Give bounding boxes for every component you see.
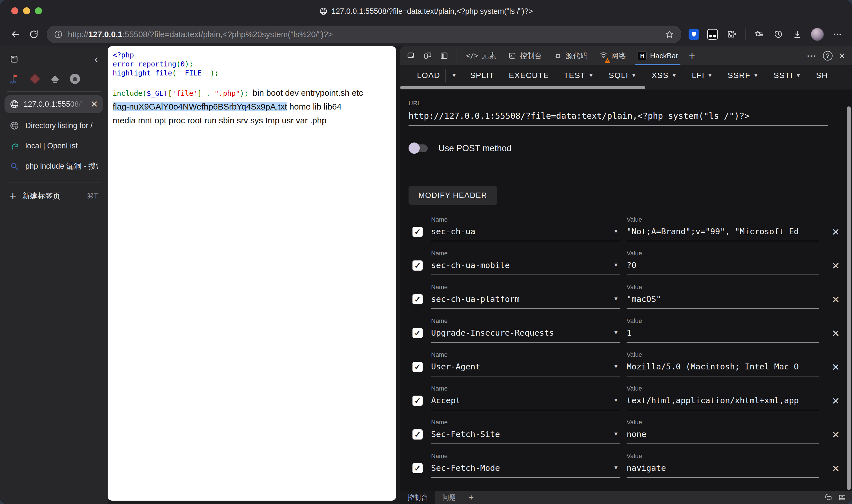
diamond-favicon[interactable] [29, 73, 41, 85]
header-name-field[interactable]: Name sec-ch-ua-mobile▼ [431, 250, 621, 275]
expand-drawer-icon[interactable] [838, 493, 846, 502]
devtools-more-icon[interactable]: ⋯ [807, 50, 817, 61]
hackbar-horizontal-scrollbar[interactable] [400, 86, 852, 90]
ctf-favicon[interactable]: </> [9, 73, 21, 85]
execute-button[interactable]: EXECUTE [502, 65, 556, 86]
header-value-field[interactable]: Value ?0 [627, 250, 819, 275]
info-icon[interactable] [54, 30, 63, 39]
collapse-sidebar-button[interactable]: ‹ [94, 54, 98, 65]
header-value-field[interactable]: Value none [627, 419, 819, 444]
header-enabled-checkbox[interactable]: ✓ [413, 260, 423, 271]
chevron-down-icon[interactable]: ▼ [614, 431, 618, 437]
header-name-value[interactable]: User-Agent [431, 362, 481, 372]
delete-header-icon[interactable]: ✕ [832, 362, 840, 372]
rotate-device-icon[interactable] [824, 493, 832, 502]
header-value-field[interactable]: Value navigate [627, 452, 819, 478]
device-toolbar-button[interactable] [420, 49, 435, 63]
back-button[interactable] [7, 26, 23, 42]
header-enabled-checkbox[interactable]: ✓ [413, 429, 423, 439]
tab-actions-icon[interactable] [10, 55, 19, 64]
header-enabled-checkbox[interactable]: ✓ [413, 463, 423, 473]
load-dropdown-button[interactable]: ▼ [446, 65, 463, 86]
tab-directory-listing[interactable]: Directory listing for / [0, 115, 108, 136]
header-name-value[interactable]: Sec-Fetch-Mode [431, 463, 500, 473]
close-tab-icon[interactable]: ✕ [90, 99, 98, 110]
header-name-field[interactable]: Name Sec-Fetch-Site▼ [431, 419, 621, 444]
chevron-down-icon[interactable]: ▼ [614, 262, 618, 268]
header-value-field[interactable]: Value "macOS" [627, 284, 819, 309]
downloads-button[interactable] [792, 29, 803, 40]
close-window-button[interactable] [11, 7, 18, 14]
github-favicon[interactable] [69, 73, 81, 85]
chevron-down-icon[interactable]: ▼ [614, 397, 618, 403]
drawer-tab-issues[interactable]: 问题 [435, 491, 463, 504]
minimize-window-button[interactable] [23, 7, 30, 14]
header-name-value[interactable]: sec-ch-ua-mobile [431, 260, 510, 270]
header-name-value[interactable]: sec-ch-ua-platform [431, 294, 520, 304]
delete-header-icon[interactable]: ✕ [832, 295, 840, 304]
chevron-down-icon[interactable]: ▼ [614, 228, 618, 234]
inspect-element-button[interactable] [404, 49, 419, 63]
load-button[interactable]: LOAD [410, 65, 445, 86]
header-value-value[interactable]: "Not;A=Brand";v="99", "Microsoft Ed [627, 227, 799, 236]
delete-header-icon[interactable]: ✕ [832, 329, 840, 338]
settings-more-button[interactable] [832, 29, 843, 40]
header-name-value[interactable]: Accept [431, 396, 460, 405]
header-value-value[interactable]: 1 [627, 328, 631, 338]
delete-header-icon[interactable]: ✕ [832, 396, 840, 406]
chevron-down-icon[interactable]: ▼ [614, 363, 618, 369]
url-field[interactable]: URL http://127.0.0.1:55508/?file=data:te… [408, 100, 828, 126]
extensions-button[interactable] [726, 29, 737, 40]
tab-elements[interactable]: </> 元素 [461, 46, 501, 65]
devtools-vertical-scrollbar[interactable] [847, 106, 851, 490]
profile-avatar[interactable] [811, 28, 824, 41]
tab-openlist[interactable]: local | OpenList [0, 136, 108, 156]
header-value-value[interactable]: none [627, 429, 646, 439]
chevron-down-icon[interactable]: ▼ [614, 464, 618, 470]
xss-menu-button[interactable]: XSS▼ [644, 65, 685, 86]
header-value-value[interactable]: text/html,application/xhtml+xml,app [627, 396, 799, 405]
test-menu-button[interactable]: TEST▼ [556, 65, 602, 86]
address-bar[interactable]: http://127.0.0.1:55508/?file=data:text/p… [47, 25, 681, 43]
header-enabled-checkbox[interactable]: ✓ [413, 294, 423, 304]
header-value-field[interactable]: Value "Not;A=Brand";v="99", "Microsoft E… [627, 216, 819, 241]
delete-header-icon[interactable]: ✕ [832, 227, 840, 237]
zoom-window-button[interactable] [35, 7, 42, 14]
use-post-toggle[interactable] [408, 144, 429, 152]
header-name-field[interactable]: Name User-Agent▼ [431, 351, 621, 376]
history-button[interactable] [772, 29, 784, 40]
delete-header-icon[interactable]: ✕ [832, 464, 840, 473]
delete-header-icon[interactable]: ✕ [832, 430, 840, 439]
tab-network[interactable]: 网络 [594, 46, 631, 65]
url-field-value[interactable]: http://127.0.0.1:55508/?file=data:text/p… [408, 111, 828, 126]
sqli-menu-button[interactable]: SQLI▼ [602, 65, 644, 86]
scrollbar-thumb[interactable] [400, 86, 645, 89]
header-value-value[interactable]: "macOS" [627, 294, 661, 304]
tab-active-127[interactable]: 127.0.0.1:55508/?fi ✕ [4, 95, 103, 113]
close-devtools-icon[interactable]: × [839, 50, 845, 61]
dock-side-button[interactable] [437, 49, 451, 63]
header-value-field[interactable]: Value 1 [627, 317, 819, 343]
new-tab-button[interactable]: + 新建标签页 ⌘T [0, 186, 108, 206]
header-name-field[interactable]: Name sec-ch-ua-platform▼ [431, 284, 621, 309]
ssrf-menu-button[interactable]: SSRF▼ [720, 65, 766, 86]
tab-sources[interactable]: 源代码 [549, 46, 592, 65]
drawer-more-tools-button[interactable]: + [463, 491, 480, 504]
header-value-value[interactable]: Mozilla/5.0 (Macintosh; Intel Mac O [627, 362, 799, 372]
header-name-field[interactable]: Name sec-ch-ua▼ [431, 216, 621, 241]
tab-php-include-search[interactable]: php include 漏洞 - 搜索 [0, 156, 108, 176]
favorites-button[interactable] [753, 29, 765, 40]
header-name-field[interactable]: Name Upgrade-Insecure-Requests▼ [431, 317, 621, 343]
address-bar-url[interactable]: http://127.0.0.1:55508/?file=data:text/p… [68, 30, 660, 39]
header-enabled-checkbox[interactable]: ✓ [413, 328, 423, 338]
chevron-down-icon[interactable]: ▼ [614, 329, 618, 335]
delete-header-icon[interactable]: ✕ [832, 261, 840, 271]
shell-menu-button-clipped[interactable]: SH [808, 65, 835, 86]
bitwarden-extension-button[interactable] [689, 29, 699, 40]
header-value-value[interactable]: ?0 [627, 260, 637, 270]
header-name-value[interactable]: Sec-Fetch-Site [431, 429, 500, 439]
drawer-tab-console[interactable]: 控制台 [400, 491, 435, 504]
header-name-field[interactable]: Name Sec-Fetch-Mode▼ [431, 452, 621, 478]
chevron-down-icon[interactable]: ▼ [614, 295, 618, 302]
header-name-field[interactable]: Name Accept▼ [431, 385, 621, 410]
